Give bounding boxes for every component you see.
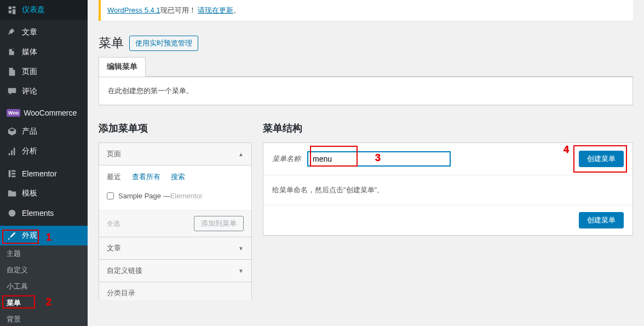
notice-suffix: 。 [233, 6, 240, 14]
submenu-widgets[interactable]: 小工具 [0, 278, 88, 295]
accordion-posts-head[interactable]: 文章 ▼ [99, 237, 251, 259]
analytics-icon [7, 146, 18, 157]
page-item-type: Elementor [170, 192, 203, 200]
accordion-label: 分类目录 [107, 288, 135, 298]
sidebar-posts[interactable]: 文章 [0, 22, 88, 42]
pin-icon [7, 27, 18, 38]
submenu-menus[interactable]: 菜单 [0, 295, 88, 311]
page-item-text: Sample Page — [118, 192, 170, 200]
svg-rect-3 [12, 176, 15, 178]
sidebar-appearance[interactable]: 外观 [0, 226, 88, 245]
page-item-sample[interactable]: Sample Page — Elementor [107, 188, 244, 203]
add-to-menu-button[interactable]: 添加到菜单 [194, 216, 244, 231]
menu-name-input[interactable] [307, 151, 451, 167]
page-icon [7, 66, 18, 77]
tab-edit-menu[interactable]: 编辑菜单 [99, 57, 146, 77]
brush-icon [7, 230, 18, 241]
accordion-label: 页面 [107, 149, 121, 159]
caret-down-icon: ▼ [238, 268, 244, 274]
sidebar-label: 外观 [22, 231, 37, 241]
svg-rect-0 [9, 170, 11, 178]
sidebar-label: WooCommerce [24, 108, 77, 117]
accordion-categories-head[interactable]: 分类目录 [99, 282, 251, 300]
main-content: WordPress 5.4.1现已可用！ 请现在更新。 菜单 使用实时预览管理 … [88, 0, 644, 326]
submenu-background[interactable]: 背景 [0, 311, 88, 326]
sidebar-label: 分析 [22, 146, 37, 156]
sidebar-label: 产品 [22, 127, 37, 136]
admin-sidebar: 仪表盘 文章 媒体 页面 评论 Woo WooCommerce 产品 [0, 0, 88, 326]
dashboard-icon [7, 4, 18, 15]
elementor-icon [7, 168, 18, 179]
subtab-view-all[interactable]: 查看所有 [132, 173, 160, 181]
add-items-title: 添加菜单项 [99, 122, 252, 135]
update-now-link[interactable]: 请现在更新 [198, 6, 233, 14]
svg-rect-2 [12, 173, 15, 175]
svg-rect-1 [12, 170, 15, 172]
accordion-posts: 文章 ▼ [99, 237, 252, 260]
menu-structure-box: 菜单名称 3 创建菜单 4 给菜单命名，然后点击"创建菜单"。 [263, 142, 633, 236]
accordion-custom-links-head[interactable]: 自定义链接 ▼ [99, 260, 251, 282]
menu-name-label: 菜单名称 [272, 154, 301, 164]
sidebar-label: 文章 [22, 27, 37, 37]
accordion-pages: 页面 ▲ 最近 查看所有 搜索 Sample Page — Elementor [99, 142, 252, 237]
first-menu-info: 在此创建您的第一个菜单。 [99, 77, 633, 105]
manage-live-preview-button[interactable]: 使用实时预览管理 [129, 36, 198, 51]
select-all-link[interactable]: 全选 [107, 219, 120, 228]
sidebar-label: 评论 [22, 87, 37, 96]
media-icon [7, 47, 18, 58]
create-menu-button-bottom[interactable]: 创建菜单 [579, 212, 624, 228]
structure-title: 菜单结构 [263, 122, 633, 135]
woo-icon: Woo [7, 109, 20, 117]
accordion-custom-links: 自定义链接 ▼ [99, 259, 252, 282]
update-notice: WordPress 5.4.1现已可用！ 请现在更新。 [99, 0, 633, 21]
sidebar-media[interactable]: 媒体 [0, 42, 88, 62]
sidebar-label: Elementor [22, 169, 57, 178]
sidebar-label: 模板 [22, 188, 37, 198]
sidebar-comments[interactable]: 评论 [0, 82, 88, 101]
sidebar-woocommerce[interactable]: Woo WooCommerce [0, 104, 88, 122]
sidebar-analytics[interactable]: 分析 [0, 141, 88, 161]
sidebar-dashboard[interactable]: 仪表盘 [0, 0, 88, 20]
sidebar-label: Elements [22, 209, 54, 218]
svg-point-4 [9, 210, 16, 217]
sidebar-products[interactable]: 产品 [0, 122, 88, 141]
comment-icon [7, 86, 18, 97]
page-header: 菜单 使用实时预览管理 [99, 35, 633, 52]
sidebar-elements[interactable]: Elements [0, 203, 88, 223]
subtab-search[interactable]: 搜索 [171, 173, 185, 181]
create-menu-button-top[interactable]: 创建菜单 [579, 151, 624, 167]
wp-version-link[interactable]: WordPress 5.4.1 [107, 6, 160, 14]
info-text: 在此创建您的第一个菜单。 [108, 87, 193, 95]
sidebar-label: 仪表盘 [22, 5, 45, 15]
accordion-label: 文章 [107, 243, 121, 253]
notice-text: 现已可用！ [160, 6, 196, 14]
submenu-themes[interactable]: 主题 [0, 245, 88, 262]
page-subtabs: 最近 查看所有 搜索 [107, 172, 244, 182]
page-title: 菜单 [99, 35, 124, 52]
accordion-pages-head[interactable]: 页面 ▲ [99, 143, 251, 165]
accordion-categories: 分类目录 [99, 282, 252, 300]
subtab-recent[interactable]: 最近 [107, 173, 121, 181]
nav-tabs: 编辑菜单 [99, 57, 633, 77]
product-icon [7, 126, 18, 137]
page-checkbox[interactable] [107, 192, 114, 199]
folder-icon [7, 188, 18, 199]
sidebar-templates[interactable]: 模板 [0, 184, 88, 203]
caret-up-icon: ▲ [238, 151, 244, 157]
sidebar-label: 页面 [22, 67, 37, 77]
annotation-number-4: 4 [564, 144, 569, 156]
elements-icon [7, 208, 18, 219]
structure-helper-text: 给菜单命名，然后点击"创建菜单"。 [272, 186, 384, 194]
sidebar-label: 媒体 [22, 47, 37, 57]
sidebar-pages[interactable]: 页面 [0, 62, 88, 82]
caret-down-icon: ▼ [238, 245, 244, 251]
submenu-customize[interactable]: 自定义 [0, 262, 88, 278]
sidebar-elementor[interactable]: Elementor [0, 164, 88, 184]
accordion-label: 自定义链接 [107, 266, 142, 276]
